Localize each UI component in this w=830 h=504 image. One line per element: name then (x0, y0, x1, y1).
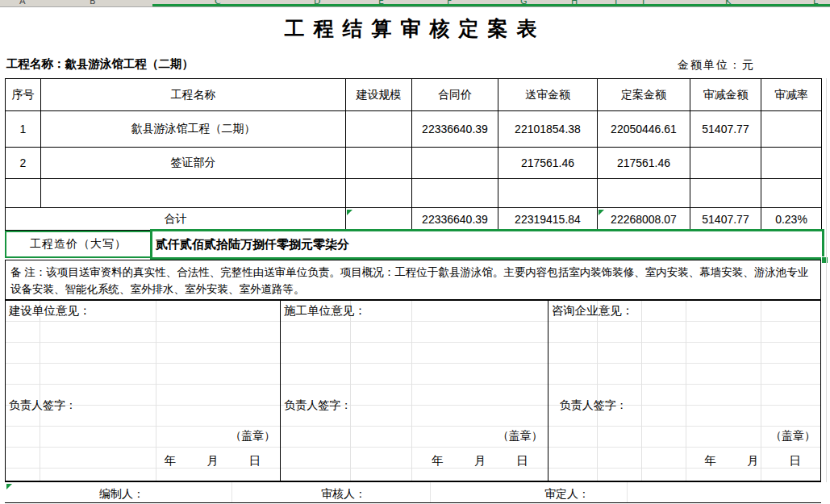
total-cell[interactable]: 22336640.39 (412, 208, 498, 231)
excel-settlement-sheet: A B C D E F G H I J K L 工程结算审核定案表 工程名称：歙… (0, 0, 830, 504)
year-label: 年 (705, 454, 717, 467)
owner-opinion-box[interactable]: 建设单位意见： 负责人签字： （盖章） 年月日 (6, 301, 281, 481)
gridline (597, 301, 598, 481)
total-cell[interactable]: 51407.77 (690, 208, 761, 231)
owner-opinion-label: 建设单位意见： (9, 303, 91, 319)
signature-label: 负责人签字： (284, 398, 352, 413)
column-letter-b[interactable]: B (90, 0, 96, 6)
table-cell[interactable] (41, 179, 346, 208)
table-cell[interactable]: 签证部分 (41, 148, 346, 179)
page-title[interactable]: 工程结算审核定案表 (0, 15, 830, 42)
gridline (411, 301, 412, 481)
project-name-label[interactable]: 工程名称：歙县游泳馆工程（二期） (6, 56, 194, 72)
gridline (641, 301, 642, 481)
note-cell[interactable]: 备 注：该项目送审资料的真实性、合法性、完整性由送审单位负责。项目概况：工程位于… (5, 260, 821, 300)
signature-label: 负责人签字： (9, 398, 77, 413)
cell-error-indicator-triangle (6, 484, 12, 489)
gridline (350, 301, 351, 481)
header-cell-contract[interactable]: 合同价 (412, 79, 498, 111)
amount-in-words-label-cell[interactable]: 工程造价（大写） (5, 231, 152, 258)
header-cell-no[interactable]: 序号 (6, 79, 41, 111)
total-label-cell[interactable]: 合计 (6, 208, 346, 231)
gridline (40, 301, 40, 481)
table-row: 2 签证部分 217561.46 217561.46 (6, 148, 822, 179)
opinion-section: 建设单位意见： 负责人签字： （盖章） 年月日 施工单位意见： 负责人签字： （… (5, 300, 821, 482)
table-cell[interactable] (346, 111, 412, 148)
total-cell[interactable]: 22268008.07 (598, 208, 690, 231)
header-cell-reduction[interactable]: 审减金额 (690, 79, 761, 111)
gridline (826, 78, 827, 482)
settlement-table: 序号 工程名称 建设规模 合同价 送审金额 定案金额 审减金额 审减率 1 歙县… (5, 78, 822, 231)
cell-error-indicator-triangle (599, 210, 604, 215)
table-cell[interactable] (761, 111, 822, 148)
selection-fill-handle[interactable] (821, 256, 828, 264)
table-cell[interactable]: 22336640.39 (412, 111, 498, 148)
table-cell[interactable]: 217561.46 (598, 148, 690, 179)
table-cell[interactable] (346, 148, 412, 179)
approver-label: 审定人： (544, 487, 590, 502)
footer-row[interactable]: 编制人： 审核人： 审定人： (5, 482, 821, 503)
selected-columns-underline (152, 4, 830, 6)
date-placeholder: 年月日 (705, 453, 802, 469)
contractor-opinion-box[interactable]: 施工单位意见： 负责人签字： （盖章） 年月日 (281, 301, 548, 481)
consultant-opinion-label: 咨询企业意见： (552, 303, 634, 319)
signature-label: 负责人签字： (560, 398, 628, 413)
gridline (231, 482, 232, 502)
table-row: 1 歙县游泳馆工程（二期） 22336640.39 22101854.38 22… (6, 111, 822, 148)
seal-label: （盖章） (230, 429, 275, 444)
header-cell-scale[interactable]: 建设规模 (346, 79, 412, 111)
seal-label: （盖章） (498, 429, 543, 444)
year-label: 年 (165, 454, 177, 467)
table-cell[interactable] (412, 179, 498, 208)
amount-in-words-value-cell[interactable]: 贰仟贰佰贰拾陆万捌仟零捌元零柒分 (150, 229, 824, 260)
month-label: 月 (206, 454, 219, 467)
table-row (6, 179, 822, 208)
date-placeholder: 年月日 (432, 453, 528, 469)
amount-unit-label[interactable]: 金额单位：元 (678, 58, 755, 73)
consultant-opinion-box[interactable]: 咨询企业意见： 负责人签字： （盖章） 年月日 (548, 301, 820, 481)
gridline (430, 482, 431, 502)
table-cell[interactable]: 22101854.38 (498, 111, 598, 148)
table-cell[interactable] (761, 179, 822, 208)
seal-label: （盖章） (770, 429, 815, 444)
total-cell[interactable] (346, 208, 412, 231)
month-label: 月 (474, 454, 486, 467)
gridline (627, 482, 628, 502)
header-cell-finalized[interactable]: 定案金额 (598, 79, 690, 111)
table-total-row: 合计 22336640.39 22319415.84 22268008.07 5… (6, 208, 822, 231)
table-cell[interactable] (761, 148, 822, 179)
table-cell[interactable] (690, 179, 761, 208)
cell-error-indicator-triangle (347, 210, 352, 215)
header-cell-submitted[interactable]: 送审金额 (498, 79, 598, 111)
month-label: 月 (747, 454, 759, 467)
table-cell[interactable]: 1 (6, 111, 41, 148)
table-cell[interactable]: 51407.77 (690, 111, 761, 148)
table-cell[interactable]: 2 (6, 148, 41, 179)
table-cell[interactable] (6, 179, 41, 208)
table-cell[interactable] (598, 179, 690, 208)
preparer-label: 编制人： (99, 487, 144, 502)
table-cell[interactable] (412, 148, 498, 179)
date-placeholder: 年月日 (165, 453, 261, 469)
table-cell[interactable] (690, 148, 761, 179)
table-cell[interactable] (498, 179, 598, 208)
table-cell[interactable]: 歙县游泳馆工程（二期） (41, 111, 346, 148)
day-label: 日 (790, 454, 802, 467)
year-label: 年 (432, 454, 444, 467)
column-letter-a[interactable]: A (19, 0, 26, 6)
table-cell[interactable]: 217561.46 (498, 148, 598, 179)
excel-column-header-row[interactable]: A B C D E F G H I J K L (0, 0, 830, 7)
reviewer-label: 审核人： (321, 487, 366, 502)
header-cell-rate[interactable]: 审减率 (761, 79, 822, 111)
total-cell[interactable]: 22319415.84 (498, 208, 598, 231)
header-cell-name[interactable]: 工程名称 (41, 79, 346, 111)
table-cell[interactable] (346, 179, 412, 208)
gridline (156, 301, 156, 481)
day-label: 日 (249, 454, 261, 467)
day-label: 日 (516, 454, 528, 467)
table-cell[interactable]: 22050446.61 (598, 111, 690, 148)
gridline (686, 301, 686, 481)
table-header-row: 序号 工程名称 建设规模 合同价 送审金额 定案金额 审减金额 审减率 (6, 79, 822, 111)
total-cell[interactable]: 0.23% (761, 208, 822, 231)
contractor-opinion-label: 施工单位意见： (284, 303, 366, 319)
